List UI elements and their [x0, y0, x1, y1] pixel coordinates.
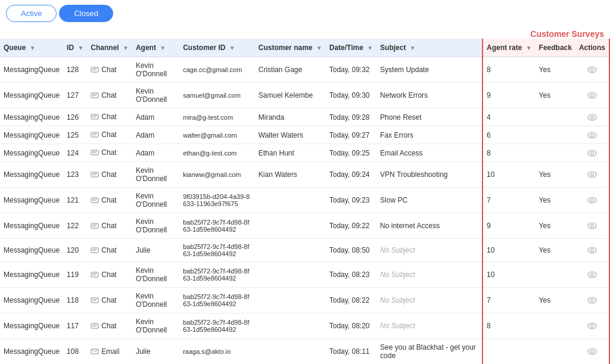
- svg-rect-15: [91, 132, 98, 137]
- col-agent: Agent ▼: [132, 39, 179, 57]
- cell-channel: Chat: [87, 313, 132, 339]
- channel-icon: Chat: [91, 113, 116, 121]
- cell-channel: Chat: [87, 126, 132, 144]
- cell-subject: Fax Errors: [376, 126, 483, 144]
- cell-customer-id: kianww@gmail.com: [179, 162, 255, 188]
- cell-customer-id: walter@gmail.com: [179, 126, 255, 144]
- view-icon[interactable]: [579, 150, 605, 157]
- table-row: MessagingQueue 119 Chat Kevin O'Donnell …: [0, 262, 609, 288]
- customername-filter-icon[interactable]: ▼: [316, 45, 322, 51]
- cell-feedback: [536, 108, 575, 126]
- table-row: MessagingQueue 126 Chat Adam mira@g-test…: [0, 108, 609, 126]
- cell-agent-rate: [483, 339, 536, 365]
- table-row: MessagingQueue 127 Chat Kevin O'Donnell …: [0, 83, 609, 108]
- datetime-filter-icon[interactable]: ▼: [367, 45, 373, 51]
- cell-subject: No Subject: [376, 262, 483, 288]
- cell-actions: [575, 83, 609, 108]
- cell-datetime: Today, 08:23: [326, 262, 376, 288]
- view-icon[interactable]: [579, 66, 605, 73]
- channel-icon: Chat: [91, 196, 116, 204]
- cell-actions: [575, 162, 609, 188]
- top-tabs: Active Closed: [0, 0, 610, 27]
- cell-customer-name: [255, 239, 326, 262]
- cell-queue: MessagingQueue: [0, 57, 63, 83]
- view-icon[interactable]: [579, 322, 605, 329]
- channel-filter-icon[interactable]: ▼: [123, 45, 129, 51]
- conversations-table: Queue ▼ ID ▼ Channel ▼ Agent ▼ Customer …: [0, 39, 610, 364]
- view-icon[interactable]: [579, 348, 605, 355]
- tab-closed[interactable]: Closed: [59, 5, 113, 22]
- cell-customer-name: Cristian Gage: [255, 57, 326, 83]
- cell-customer-id: samuel@gmail.com: [179, 83, 255, 108]
- svg-rect-20: [91, 150, 98, 155]
- view-icon[interactable]: [579, 271, 605, 278]
- cell-customer-name: Ethan Hunt: [255, 144, 326, 162]
- col-channel: Channel ▼: [87, 39, 132, 57]
- agent-filter-icon[interactable]: ▼: [160, 45, 166, 51]
- cell-feedback: Yes: [536, 188, 575, 213]
- cell-customer-id: mira@g-test.com: [179, 108, 255, 126]
- channel-icon: Chat: [91, 170, 116, 179]
- cell-channel: Chat: [87, 288, 132, 313]
- cell-agent: Kevin O'Donnell: [132, 262, 179, 288]
- view-icon[interactable]: [579, 132, 605, 139]
- view-icon[interactable]: [579, 297, 605, 304]
- queue-filter-icon[interactable]: ▼: [30, 45, 36, 51]
- col-actions: Actions: [575, 39, 609, 57]
- svg-point-4: [590, 69, 593, 71]
- cell-feedback: Yes: [536, 239, 575, 262]
- svg-point-19: [590, 133, 593, 136]
- cell-datetime: Today, 09:24: [326, 162, 376, 188]
- table-header-row: Queue ▼ ID ▼ Channel ▼ Agent ▼ Customer …: [0, 39, 609, 57]
- cell-agent-rate: 9: [483, 83, 536, 108]
- view-icon[interactable]: [579, 247, 605, 254]
- svg-point-39: [590, 225, 593, 228]
- cell-id: 120: [63, 239, 87, 262]
- table-row: MessagingQueue 122 Chat Kevin O'Donnell …: [0, 213, 609, 239]
- channel-icon: Chat: [91, 296, 116, 304]
- col-feedback: Feedback: [536, 39, 575, 57]
- table-row: MessagingQueue 121 Chat Kevin O'Donnell …: [0, 188, 609, 213]
- id-filter-icon[interactable]: ▼: [77, 45, 83, 51]
- cell-feedback: [536, 313, 575, 339]
- table-row: MessagingQueue 117 Chat Kevin O'Donnell …: [0, 313, 609, 339]
- svg-point-61: [588, 349, 596, 354]
- svg-rect-10: [91, 114, 98, 119]
- svg-point-59: [590, 325, 593, 328]
- view-icon[interactable]: [579, 222, 605, 229]
- svg-point-33: [588, 197, 596, 203]
- cell-queue: MessagingQueue: [0, 108, 63, 126]
- cell-id: 118: [63, 288, 87, 313]
- view-icon[interactable]: [579, 114, 605, 121]
- subject-filter-icon[interactable]: ▼: [410, 45, 416, 51]
- customerid-filter-icon[interactable]: ▼: [229, 45, 235, 51]
- cell-actions: [575, 108, 609, 126]
- cell-feedback: [536, 339, 575, 365]
- view-icon[interactable]: [579, 197, 605, 204]
- cell-id: 124: [63, 144, 87, 162]
- tab-active[interactable]: Active: [6, 5, 57, 22]
- table-row: MessagingQueue 120 Chat Julie bab25f72-9…: [0, 239, 609, 262]
- svg-point-23: [588, 150, 596, 156]
- cell-channel: Chat: [87, 262, 132, 288]
- cell-queue: MessagingQueue: [0, 83, 63, 108]
- agentrate-filter-icon[interactable]: ▼: [526, 45, 532, 51]
- cell-id: 121: [63, 188, 87, 213]
- cell-actions: [575, 239, 609, 262]
- channel-icon: Email: [91, 347, 119, 356]
- cell-actions: [575, 57, 609, 83]
- svg-point-29: [590, 173, 593, 176]
- cell-customer-name: [255, 313, 326, 339]
- channel-icon: Chat: [91, 130, 116, 139]
- svg-point-14: [590, 116, 593, 119]
- svg-point-18: [588, 132, 596, 138]
- cell-datetime: Today, 09:23: [326, 188, 376, 213]
- cell-customer-id: ethan@g-test.com: [179, 144, 255, 162]
- svg-point-58: [588, 323, 596, 329]
- cell-actions: [575, 126, 609, 144]
- cell-customer-name: [255, 288, 326, 313]
- cell-customer-name: [255, 188, 326, 213]
- view-icon[interactable]: [579, 92, 605, 99]
- cell-agent: Kevin O'Donnell: [132, 57, 179, 83]
- view-icon[interactable]: [579, 171, 605, 178]
